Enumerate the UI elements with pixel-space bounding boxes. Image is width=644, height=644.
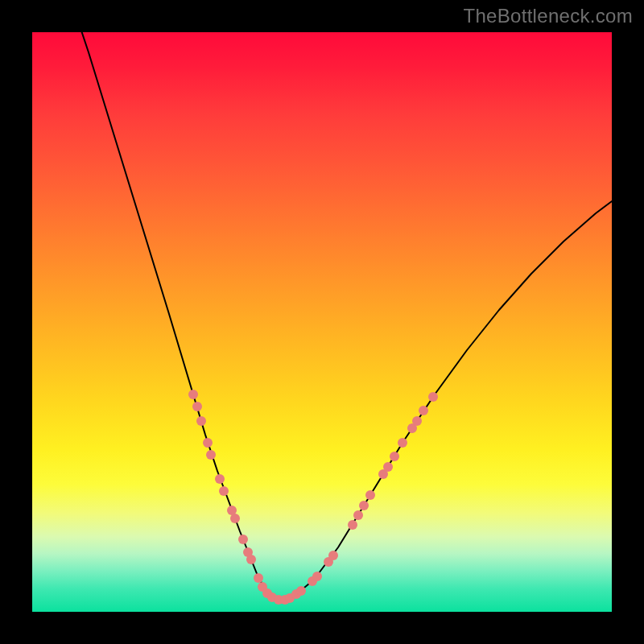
bead-marker (412, 416, 422, 426)
bead-marker (188, 390, 198, 399)
highlight-beads (188, 390, 438, 605)
curve-overlay (32, 32, 612, 612)
bead-marker (383, 462, 393, 472)
bead-marker (348, 520, 357, 530)
bead-marker (203, 438, 213, 448)
bead-marker (359, 501, 369, 510)
bead-marker (196, 416, 206, 426)
plot-area (32, 32, 612, 612)
bead-marker (219, 486, 229, 496)
bead-marker (428, 392, 438, 402)
bead-marker (328, 551, 338, 560)
watermark-text: TheBottleneck.com (463, 5, 633, 27)
chart-frame: TheBottleneck.com (0, 0, 644, 644)
bead-marker (353, 510, 363, 520)
bottleneck-curve (76, 32, 612, 600)
bead-marker (215, 474, 225, 484)
bead-marker (398, 438, 407, 448)
bead-marker (230, 514, 240, 523)
bead-marker (296, 586, 306, 596)
curve-path (76, 32, 612, 600)
bead-marker (206, 450, 216, 460)
bead-marker (192, 402, 202, 411)
bead-marker (365, 490, 375, 500)
bead-marker (390, 452, 399, 461)
bead-marker (419, 406, 428, 415)
bead-marker (238, 535, 248, 544)
bead-marker (254, 573, 263, 583)
bead-marker (246, 555, 256, 564)
bead-marker (312, 572, 322, 581)
